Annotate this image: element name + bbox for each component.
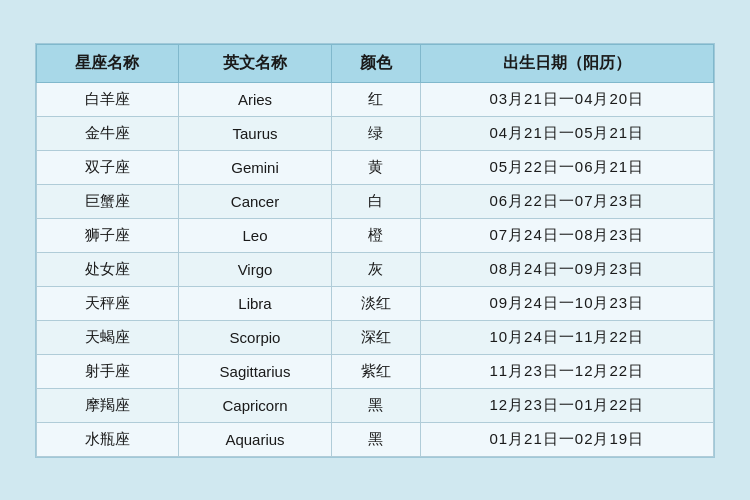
header-english-name: 英文名称: [178, 44, 331, 82]
cell-english-name: Leo: [178, 218, 331, 252]
table-row: 天蝎座Scorpio深红10月24日一11月22日: [37, 320, 714, 354]
table-row: 处女座Virgo灰08月24日一09月23日: [37, 252, 714, 286]
table-row: 天秤座Libra淡红09月24日一10月23日: [37, 286, 714, 320]
cell-chinese-name: 白羊座: [37, 82, 179, 116]
cell-english-name: Virgo: [178, 252, 331, 286]
cell-chinese-name: 天蝎座: [37, 320, 179, 354]
cell-date: 06月22日一07月23日: [420, 184, 713, 218]
cell-chinese-name: 金牛座: [37, 116, 179, 150]
table-header-row: 星座名称 英文名称 颜色 出生日期（阳历）: [37, 44, 714, 82]
table-row: 水瓶座Aquarius黑01月21日一02月19日: [37, 422, 714, 456]
zodiac-table-container: 星座名称 英文名称 颜色 出生日期（阳历） 白羊座Aries红03月21日一04…: [35, 43, 715, 458]
cell-color: 橙: [332, 218, 420, 252]
cell-color: 紫红: [332, 354, 420, 388]
cell-chinese-name: 射手座: [37, 354, 179, 388]
cell-english-name: Sagittarius: [178, 354, 331, 388]
cell-date: 07月24日一08月23日: [420, 218, 713, 252]
header-chinese-name: 星座名称: [37, 44, 179, 82]
cell-english-name: Capricorn: [178, 388, 331, 422]
cell-english-name: Aries: [178, 82, 331, 116]
cell-chinese-name: 摩羯座: [37, 388, 179, 422]
cell-date: 04月21日一05月21日: [420, 116, 713, 150]
cell-chinese-name: 水瓶座: [37, 422, 179, 456]
cell-color: 深红: [332, 320, 420, 354]
cell-date: 09月24日一10月23日: [420, 286, 713, 320]
cell-chinese-name: 巨蟹座: [37, 184, 179, 218]
cell-english-name: Cancer: [178, 184, 331, 218]
cell-english-name: Gemini: [178, 150, 331, 184]
cell-color: 黑: [332, 422, 420, 456]
table-row: 巨蟹座Cancer白06月22日一07月23日: [37, 184, 714, 218]
cell-color: 淡红: [332, 286, 420, 320]
header-color: 颜色: [332, 44, 420, 82]
cell-date: 08月24日一09月23日: [420, 252, 713, 286]
table-row: 射手座Sagittarius紫红11月23日一12月22日: [37, 354, 714, 388]
cell-date: 10月24日一11月22日: [420, 320, 713, 354]
cell-date: 11月23日一12月22日: [420, 354, 713, 388]
cell-date: 12月23日一01月22日: [420, 388, 713, 422]
cell-date: 05月22日一06月21日: [420, 150, 713, 184]
table-row: 金牛座Taurus绿04月21日一05月21日: [37, 116, 714, 150]
table-row: 摩羯座Capricorn黑12月23日一01月22日: [37, 388, 714, 422]
table-row: 狮子座Leo橙07月24日一08月23日: [37, 218, 714, 252]
cell-english-name: Taurus: [178, 116, 331, 150]
cell-color: 红: [332, 82, 420, 116]
table-row: 白羊座Aries红03月21日一04月20日: [37, 82, 714, 116]
cell-color: 黑: [332, 388, 420, 422]
cell-english-name: Aquarius: [178, 422, 331, 456]
cell-english-name: Scorpio: [178, 320, 331, 354]
table-body: 白羊座Aries红03月21日一04月20日金牛座Taurus绿04月21日一0…: [37, 82, 714, 456]
cell-color: 绿: [332, 116, 420, 150]
cell-color: 灰: [332, 252, 420, 286]
cell-chinese-name: 天秤座: [37, 286, 179, 320]
cell-color: 黄: [332, 150, 420, 184]
cell-chinese-name: 狮子座: [37, 218, 179, 252]
cell-color: 白: [332, 184, 420, 218]
cell-date: 01月21日一02月19日: [420, 422, 713, 456]
header-date: 出生日期（阳历）: [420, 44, 713, 82]
cell-date: 03月21日一04月20日: [420, 82, 713, 116]
cell-english-name: Libra: [178, 286, 331, 320]
cell-chinese-name: 处女座: [37, 252, 179, 286]
zodiac-table: 星座名称 英文名称 颜色 出生日期（阳历） 白羊座Aries红03月21日一04…: [36, 44, 714, 457]
cell-chinese-name: 双子座: [37, 150, 179, 184]
table-row: 双子座Gemini黄05月22日一06月21日: [37, 150, 714, 184]
